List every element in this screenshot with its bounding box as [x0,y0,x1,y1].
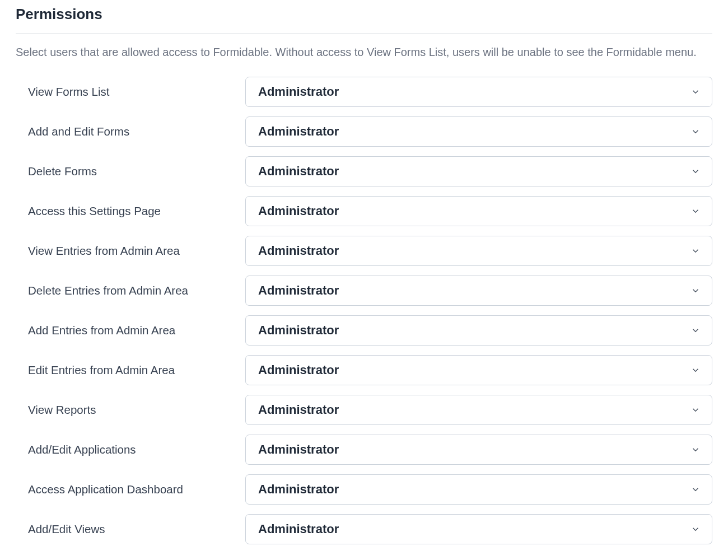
permission-row: View Entries from Admin AreaAdministrato… [28,236,712,266]
permission-label: Add and Edit Forms [28,125,245,138]
permission-row: Access this Settings PageAdministrator [28,196,712,226]
permission-label: Delete Forms [28,165,245,178]
role-select-value: Administrator [258,363,339,377]
section-description: Select users that are allowed access to … [16,34,712,77]
permission-label: Access Application Dashboard [28,483,245,496]
role-select-value: Administrator [258,85,339,99]
permission-row: Add/Edit ViewsAdministrator [28,514,712,544]
chevron-down-icon [690,325,701,335]
role-select[interactable]: Administrator [245,236,712,266]
permissions-panel: Permissions Select users that are allowe… [0,0,728,544]
permission-row: Add/Edit ApplicationsAdministrator [28,435,712,465]
chevron-down-icon [690,127,701,137]
permissions-rows: View Forms ListAdministratorAdd and Edit… [16,77,712,544]
permission-label: View Forms List [28,85,245,99]
role-select-value: Administrator [258,244,339,258]
chevron-down-icon [690,524,701,534]
role-select[interactable]: Administrator [245,77,712,107]
permission-label: View Reports [28,403,245,417]
permission-row: Add and Edit FormsAdministrator [28,116,712,147]
role-select[interactable]: Administrator [245,435,712,465]
permission-row: View ReportsAdministrator [28,395,712,425]
role-select-value: Administrator [258,323,339,338]
role-select-value: Administrator [258,522,339,536]
role-select[interactable]: Administrator [245,196,712,226]
role-select-value: Administrator [258,403,339,417]
role-select-value: Administrator [258,283,339,298]
permission-label: View Entries from Admin Area [28,244,245,258]
permission-label: Access this Settings Page [28,204,245,218]
role-select[interactable]: Administrator [245,156,712,186]
permission-row: Access Application DashboardAdministrato… [28,474,712,505]
role-select-value: Administrator [258,124,339,139]
role-select[interactable]: Administrator [245,315,712,346]
section-title: Permissions [16,6,712,34]
permission-label: Edit Entries from Admin Area [28,363,245,377]
chevron-down-icon [690,445,701,455]
permission-label: Add Entries from Admin Area [28,324,245,337]
role-select-value: Administrator [258,442,339,457]
role-select[interactable]: Administrator [245,355,712,385]
permission-label: Delete Entries from Admin Area [28,284,245,297]
role-select-value: Administrator [258,204,339,218]
role-select[interactable]: Administrator [245,514,712,544]
role-select[interactable]: Administrator [245,276,712,306]
chevron-down-icon [690,166,701,176]
permission-row: Add Entries from Admin AreaAdministrator [28,315,712,346]
role-select-value: Administrator [258,164,339,179]
role-select-value: Administrator [258,482,339,497]
role-select[interactable]: Administrator [245,474,712,505]
permission-row: Edit Entries from Admin AreaAdministrato… [28,355,712,385]
role-select[interactable]: Administrator [245,395,712,425]
permission-row: Delete FormsAdministrator [28,156,712,186]
permission-row: View Forms ListAdministrator [28,77,712,107]
chevron-down-icon [690,87,701,97]
chevron-down-icon [690,484,701,494]
chevron-down-icon [690,246,701,256]
chevron-down-icon [690,405,701,415]
permission-row: Delete Entries from Admin AreaAdministra… [28,276,712,306]
chevron-down-icon [690,365,701,375]
chevron-down-icon [690,286,701,296]
role-select[interactable]: Administrator [245,116,712,147]
permission-label: Add/Edit Applications [28,443,245,456]
chevron-down-icon [690,206,701,216]
permission-label: Add/Edit Views [28,522,245,536]
